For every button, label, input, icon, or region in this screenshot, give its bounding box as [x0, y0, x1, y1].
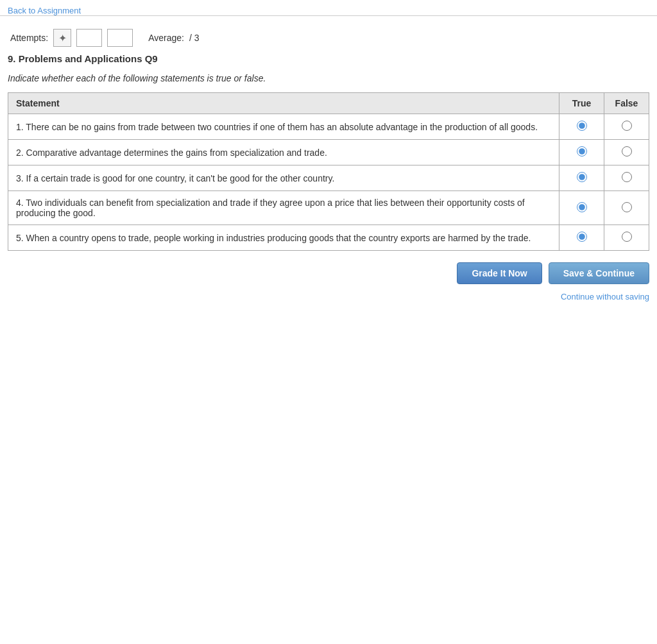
average-value: / 3 [189, 33, 200, 43]
statement-text-1: 1. There can be no gains from trade betw… [8, 114, 559, 140]
col-header-statement: Statement [8, 93, 559, 114]
statements-table: Statement True False 1. There can be no … [8, 92, 649, 251]
false-radio-4[interactable] [622, 202, 632, 212]
table-row: 4. Two individuals can benefit from spec… [8, 191, 649, 225]
continue-without-saving-link[interactable]: Continue without saving [561, 292, 649, 301]
false-radio-cell-5[interactable] [604, 225, 649, 251]
false-radio-cell-3[interactable] [604, 165, 649, 191]
true-radio-4[interactable] [577, 202, 587, 212]
false-radio-cell-2[interactable] [604, 140, 649, 165]
statement-text-2: 2. Comparative advantage determines the … [8, 140, 559, 165]
false-radio-5[interactable] [622, 232, 632, 242]
back-to-assignment-link[interactable]: Back to Assignment [8, 6, 81, 15]
true-radio-cell-5[interactable] [559, 225, 604, 251]
true-radio-3[interactable] [577, 172, 587, 182]
false-radio-cell-1[interactable] [604, 114, 649, 140]
false-radio-cell-4[interactable] [604, 191, 649, 225]
true-radio-cell-1[interactable] [559, 114, 604, 140]
false-radio-2[interactable] [622, 146, 632, 157]
statement-text-3: 3. If a certain trade is good for one co… [8, 165, 559, 191]
true-radio-5[interactable] [577, 232, 587, 242]
true-radio-2[interactable] [577, 146, 587, 157]
table-row: 2. Comparative advantage determines the … [8, 140, 649, 165]
instruction-text: Indicate whether each of the following s… [8, 73, 649, 83]
attempts-input-1[interactable] [76, 29, 102, 47]
false-radio-1[interactable] [622, 121, 632, 131]
table-row: 5. When a country opens to trade, people… [8, 225, 649, 251]
true-radio-1[interactable] [577, 121, 587, 131]
table-row: 1. There can be no gains from trade betw… [8, 114, 649, 140]
statement-text-4: 4. Two individuals can benefit from spec… [8, 191, 559, 225]
actions-row: Grade It Now Save & Continue Continue wi… [8, 251, 649, 301]
question-title: 9. Problems and Applications Q9 [8, 53, 649, 64]
attempts-label: Attempts: [10, 33, 48, 43]
save-and-continue-button[interactable]: Save & Continue [549, 262, 649, 284]
true-radio-cell-3[interactable] [559, 165, 604, 191]
col-header-false: False [604, 93, 649, 114]
false-radio-3[interactable] [622, 172, 632, 182]
average-label: Average: [148, 33, 184, 43]
true-radio-cell-2[interactable] [559, 140, 604, 165]
table-row: 3. If a certain trade is good for one co… [8, 165, 649, 191]
attempts-icon[interactable]: ✦ [53, 29, 71, 47]
col-header-true: True [559, 93, 604, 114]
statement-text-5: 5. When a country opens to trade, people… [8, 225, 559, 251]
grade-it-now-button[interactable]: Grade It Now [457, 262, 542, 284]
attempts-input-2[interactable] [107, 29, 133, 47]
buttons-group: Grade It Now Save & Continue [457, 262, 649, 284]
true-radio-cell-4[interactable] [559, 191, 604, 225]
